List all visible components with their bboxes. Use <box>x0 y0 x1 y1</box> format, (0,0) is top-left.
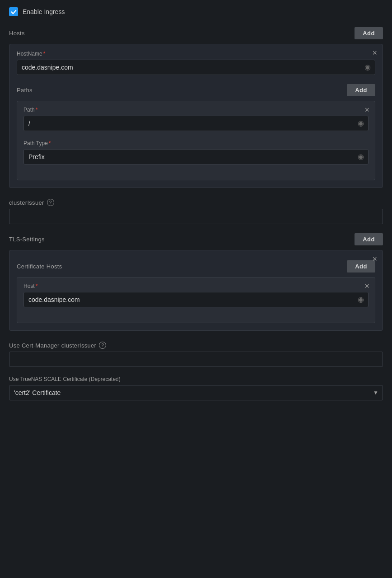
enable-ingress-label: Enable Ingress <box>23 8 65 15</box>
cert-host-inner-card: × Host* ◉ <box>17 277 375 323</box>
truenas-cert-label: Use TrueNAS SCALE Certificate (Deprecate… <box>9 376 383 382</box>
cert-host-required: * <box>36 283 38 289</box>
hostname-input[interactable] <box>17 60 375 75</box>
tls-card: × Certificate Hosts Add × Host* <box>9 250 383 331</box>
cert-hosts-add-button[interactable]: Add <box>347 260 375 273</box>
use-cert-manager-help-icon[interactable]: ? <box>99 342 106 349</box>
use-cert-manager-label: Use Cert-Manager clusterIssuer <box>9 342 96 349</box>
cert-host-input-wrapper: ◉ <box>23 292 369 307</box>
truenas-cert-select-wrapper: 'cert2' Certificate None cert1 cert2 ▼ <box>9 385 383 400</box>
path-input-wrapper: ◉ <box>23 116 369 131</box>
path-type-input-wrapper: ◉ <box>23 149 369 164</box>
tls-settings-label: TLS-Settings <box>9 236 45 243</box>
cluster-issuer-input-wrapper <box>9 209 383 224</box>
use-cert-manager-label-row: Use Cert-Manager clusterIssuer ? <box>9 342 383 349</box>
cert-host-clear-button[interactable]: ◉ <box>357 295 365 304</box>
cluster-issuer-input[interactable] <box>9 209 383 224</box>
hostname-clear-button[interactable]: ◉ <box>364 63 372 72</box>
hosts-section-header: Hosts Add <box>9 27 383 39</box>
hostname-field-group: HostName* ◉ <box>17 51 375 75</box>
cert-host-label: Host* <box>23 283 369 289</box>
use-cert-manager-group: Use Cert-Manager clusterIssuer ? <box>9 342 383 367</box>
path-required: * <box>36 107 38 113</box>
cert-hosts-section: Certificate Hosts Add × Host* ◉ <box>17 260 375 323</box>
path-type-input[interactable] <box>23 149 369 164</box>
cert-hosts-label: Certificate Hosts <box>17 263 62 270</box>
cert-host-card-close[interactable]: × <box>364 282 369 290</box>
enable-ingress-row: Enable Ingress <box>9 7 383 16</box>
use-cert-manager-input-wrapper <box>9 352 383 367</box>
path-input[interactable] <box>23 116 369 131</box>
hosts-add-button[interactable]: Add <box>355 27 383 39</box>
host-card: × HostName* ◉ Paths Add × Path* <box>9 44 383 188</box>
page-container: Enable Ingress Hosts Add × HostName* ◉ P… <box>0 0 392 417</box>
path-inner-card: × Path* ◉ Path Type* ◉ <box>17 101 375 180</box>
hosts-label: Hosts <box>9 30 25 37</box>
paths-section-header: Paths Add <box>17 84 375 96</box>
hostname-required: * <box>43 51 46 57</box>
truenas-cert-select[interactable]: 'cert2' Certificate None cert1 cert2 <box>9 385 383 400</box>
cluster-issuer-help-icon[interactable]: ? <box>47 199 54 206</box>
path-field-group: Path* ◉ <box>23 107 369 131</box>
paths-add-button[interactable]: Add <box>347 84 375 96</box>
tls-card-close[interactable]: × <box>372 255 377 263</box>
path-clear-button[interactable]: ◉ <box>357 119 365 128</box>
path-type-required: * <box>49 140 51 146</box>
host-card-close[interactable]: × <box>372 49 377 57</box>
cluster-issuer-group: clusterIssuer ? <box>9 199 383 224</box>
enable-ingress-checkbox[interactable] <box>9 7 18 16</box>
cert-host-input[interactable] <box>23 292 369 307</box>
cert-host-field-group: Host* ◉ <box>23 283 369 307</box>
tls-settings-section: TLS-Settings Add × Certificate Hosts Add… <box>9 233 383 331</box>
truenas-cert-group: Use TrueNAS SCALE Certificate (Deprecate… <box>9 376 383 400</box>
cert-hosts-header: Certificate Hosts Add <box>17 260 375 273</box>
tls-settings-header: TLS-Settings Add <box>9 233 383 245</box>
path-card-close[interactable]: × <box>364 106 369 114</box>
cluster-issuer-label-row: clusterIssuer ? <box>9 199 383 206</box>
paths-label: Paths <box>17 87 33 94</box>
cluster-issuer-label: clusterIssuer <box>9 199 44 206</box>
hostname-input-wrapper: ◉ <box>17 60 375 75</box>
path-type-clear-button[interactable]: ◉ <box>357 152 365 161</box>
hostname-label: HostName* <box>17 51 375 57</box>
path-type-field-group: Path Type* ◉ <box>23 140 369 164</box>
tls-settings-add-button[interactable]: Add <box>355 233 383 245</box>
path-type-label: Path Type* <box>23 140 369 146</box>
path-label: Path* <box>23 107 369 113</box>
use-cert-manager-input[interactable] <box>9 352 383 367</box>
